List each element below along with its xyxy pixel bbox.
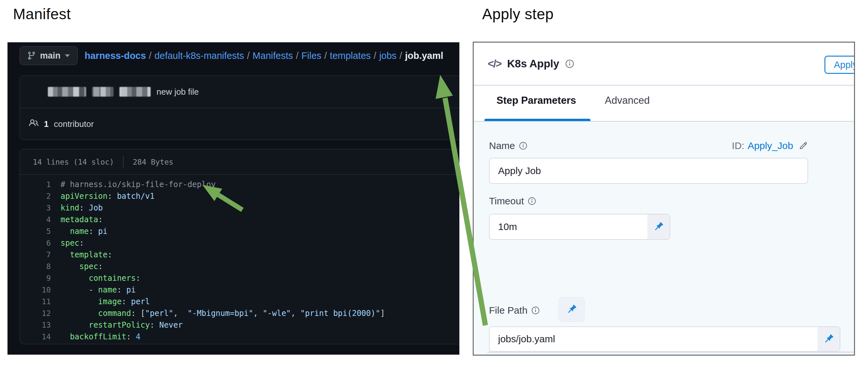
breadcrumb-separator: / (293, 51, 301, 61)
breadcrumb-link[interactable]: harness-docs (85, 51, 146, 61)
name-input[interactable] (490, 158, 807, 183)
breadcrumb-link[interactable]: default-k8s-manifests (155, 51, 244, 61)
info-icon[interactable] (531, 306, 540, 315)
commit-message[interactable]: new job file (156, 87, 199, 97)
code-text: spec: (61, 237, 84, 249)
people-icon (29, 118, 39, 130)
line-number[interactable]: 2 (20, 190, 61, 202)
line-number[interactable]: 6 (20, 237, 61, 249)
avatar[interactable] (27, 84, 42, 99)
line-number[interactable]: 4 (20, 214, 61, 225)
file-stats-bar: 14 lines (14 sloc) 284 Bytes (20, 149, 459, 175)
timeout-input[interactable] (490, 214, 647, 239)
code-line: 10 - name: pi (20, 284, 459, 296)
contributor-label: contributor (54, 119, 94, 129)
breadcrumb-link[interactable]: templates (330, 51, 371, 61)
file-path-input[interactable] (490, 327, 817, 351)
redacted-username (48, 87, 86, 97)
timeout-input-wrapper (489, 214, 670, 240)
edit-pencil-icon[interactable] (798, 141, 808, 151)
code-line: 6spec: (20, 237, 459, 249)
manifest-heading: Manifest (13, 5, 71, 23)
code-line: 7 template: (20, 249, 459, 261)
id-label: ID: (732, 140, 744, 151)
line-number[interactable]: 9 (20, 272, 61, 284)
code-line: 13 restartPolicy: Never (20, 319, 459, 331)
divider (123, 156, 124, 168)
breadcrumb-current-file: job.yaml (405, 51, 443, 61)
breadcrumb-separator: / (371, 51, 379, 61)
branch-name: main (40, 51, 61, 61)
file-path-input-wrapper (489, 326, 840, 352)
code-text: restartPolicy: Never (61, 319, 183, 331)
code-text: backoffLimit: 4 (61, 331, 141, 343)
info-icon[interactable] (528, 196, 537, 206)
line-number[interactable]: 8 (20, 261, 61, 272)
code-text: kind: Job (61, 202, 103, 214)
name-field-label: Name (489, 140, 528, 151)
commit-box: new job file 1 contributor (20, 75, 459, 140)
step-title: K8s Apply (507, 58, 559, 70)
line-number[interactable]: 11 (20, 296, 61, 307)
timeout-field-label: Timeout (489, 195, 537, 207)
code-body: 1# harness.io/skip-file-for-deploy2apiVe… (20, 175, 459, 343)
latest-commit-row: new job file (20, 76, 459, 108)
code-text: image: perl (61, 296, 150, 307)
breadcrumb-link[interactable]: Manifests (252, 51, 293, 61)
code-text: template: (61, 249, 112, 261)
line-number[interactable]: 5 (20, 225, 61, 237)
pin-toggle[interactable] (647, 214, 670, 239)
breadcrumb: harness-docs/default-k8s-manifests/Manif… (85, 51, 443, 61)
file-path-pin-button[interactable] (559, 297, 585, 322)
chevron-down-icon (64, 54, 70, 58)
breadcrumb-link[interactable]: Files (302, 51, 321, 61)
breadcrumb-link[interactable]: jobs (379, 51, 397, 61)
code-line: 4metadata: (20, 214, 459, 225)
line-number[interactable]: 10 (20, 284, 61, 296)
step-parameters-form: Name ID: Apply_Job Timeout (474, 122, 854, 355)
code-line: 1# harness.io/skip-file-for-deploy (20, 179, 459, 190)
divider (474, 85, 854, 86)
line-number[interactable]: 13 (20, 319, 61, 331)
breadcrumb-separator: / (244, 51, 252, 61)
code-text: - name: pi (61, 284, 136, 296)
git-branch-icon (27, 51, 36, 60)
branch-selector-button[interactable]: main (20, 46, 78, 65)
line-number[interactable]: 3 (20, 202, 61, 214)
contributors-row[interactable]: 1 contributor (20, 108, 459, 140)
code-step-icon: </> (488, 58, 501, 70)
step-id-row: ID: Apply_Job (732, 140, 808, 151)
info-icon[interactable] (519, 141, 528, 150)
line-number[interactable]: 14 (20, 331, 61, 343)
file-toolbar: main harness-docs/default-k8s-manifests/… (20, 46, 443, 65)
code-line: 9 containers: (20, 272, 459, 284)
code-text: metadata: (61, 214, 103, 225)
line-number[interactable]: 1 (20, 179, 61, 190)
info-icon[interactable] (565, 59, 574, 68)
pin-icon (823, 333, 835, 345)
code-text: command: ["perl", "-Mbignum=bpi", "-wle"… (61, 307, 385, 319)
code-line: 3kind: Job (20, 202, 459, 214)
code-text: apiVersion: batch/v1 (61, 190, 155, 202)
code-line: 14 backoffLimit: 4 (20, 331, 459, 343)
code-line: 11 image: perl (20, 296, 459, 307)
tab-step-parameters[interactable]: Step Parameters (496, 95, 576, 106)
file-path-field-label: File Path (489, 305, 540, 316)
code-text: containers: (61, 272, 141, 284)
apply-changes-button[interactable]: Apply (825, 56, 855, 74)
code-text: spec: (61, 261, 103, 272)
tab-advanced[interactable]: Advanced (605, 95, 650, 106)
code-text: name: pi (61, 225, 108, 237)
step-header: </> K8s Apply (474, 42, 854, 85)
redacted-username (92, 87, 114, 97)
line-number[interactable]: 7 (20, 249, 61, 261)
code-text: # harness.io/skip-file-for-deploy (61, 179, 216, 190)
pin-icon (653, 221, 664, 233)
pin-toggle[interactable] (817, 327, 840, 351)
line-number[interactable]: 12 (20, 307, 61, 319)
redacted-username (119, 87, 151, 97)
step-id-link[interactable]: Apply_Job (748, 140, 793, 151)
github-file-viewer: main harness-docs/default-k8s-manifests/… (7, 42, 459, 355)
code-line: 8 spec: (20, 261, 459, 272)
file-size: 284 Bytes (133, 158, 174, 166)
